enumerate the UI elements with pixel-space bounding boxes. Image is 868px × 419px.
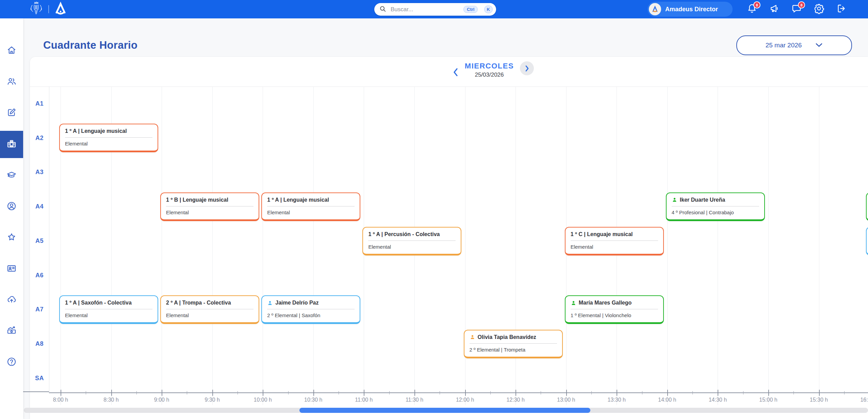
horizontal-scrollbar-track[interactable] bbox=[24, 408, 868, 413]
event-subtitle: Elemental bbox=[65, 312, 152, 318]
sidebar-item-cloud[interactable] bbox=[0, 286, 23, 314]
event-title: 1 º A | Saxofón - Colectiva bbox=[65, 300, 152, 309]
users-icon bbox=[6, 76, 17, 88]
search-input[interactable] bbox=[390, 6, 463, 13]
event-subtitle: Elemental bbox=[267, 210, 355, 215]
shortcut-ctrl-key: Ctrl bbox=[463, 6, 478, 13]
event-card[interactable] bbox=[866, 192, 868, 221]
event-subtitle: Elemental bbox=[368, 244, 456, 250]
event-title: 1 º A | Percusión - Colectiva bbox=[368, 231, 456, 241]
horizontal-scrollbar-thumb[interactable] bbox=[299, 408, 590, 413]
event-card[interactable]: 1 º B | Lenguaje musicalElemental bbox=[160, 192, 259, 221]
page-title: Cuadrante Horario bbox=[43, 39, 137, 51]
event-subtitle: Elemental bbox=[571, 244, 658, 250]
logo-divider bbox=[48, 5, 49, 13]
event-subtitle: Elemental bbox=[166, 312, 253, 318]
global-search[interactable]: Ctrl + K bbox=[374, 3, 496, 16]
event-title: 1 º B | Lenguaje musical bbox=[166, 197, 253, 206]
event-card[interactable]: Jaime Delrío Paz2 º Elemental | Saxofón bbox=[261, 295, 360, 324]
sidebar-item-profile[interactable] bbox=[0, 193, 23, 220]
sidebar-item-school[interactable] bbox=[0, 131, 23, 158]
school-building-icon bbox=[6, 139, 17, 150]
messages-button[interactable]: 8 bbox=[790, 3, 803, 15]
sidebar-item-studies[interactable] bbox=[0, 162, 23, 189]
event-card[interactable]: Olivia Tapia Benavídez2 º Elemental | Tr… bbox=[464, 330, 563, 358]
sidebar-item-favorites[interactable] bbox=[0, 224, 23, 251]
event-card[interactable]: 1 º A | Lenguaje musicalElemental bbox=[261, 192, 360, 221]
event-title: 1 º A | Lenguaje musical bbox=[65, 128, 152, 138]
sidebar-item-home[interactable] bbox=[0, 37, 23, 64]
event-title: Iker Duarte Ureña bbox=[672, 197, 759, 206]
person-icon bbox=[672, 197, 677, 203]
person-icon bbox=[267, 300, 273, 306]
cuadrante-horario-app: Ctrl + K Amadeus Director 8 bbox=[0, 0, 868, 419]
date-selector[interactable]: 25 mar 2026 bbox=[736, 35, 852, 55]
event-subtitle: 1 º Elemental | Violonchelo bbox=[571, 312, 658, 318]
event-title: 1 º C | Lenguaje musical bbox=[571, 231, 658, 241]
star-icon bbox=[6, 232, 17, 244]
top-bar: Ctrl + K Amadeus Director 8 bbox=[0, 0, 868, 18]
date-selector-value: 25 mar 2026 bbox=[766, 42, 802, 49]
sidebar-item-users[interactable] bbox=[0, 68, 23, 96]
day-header: MIERCOLES 25/03/2026 bbox=[30, 57, 868, 86]
amadeus-logo bbox=[54, 2, 67, 17]
megaphone-icon bbox=[769, 3, 780, 15]
user-name: Amadeus Director bbox=[665, 6, 718, 13]
event-title: Jaime Delrío Paz bbox=[267, 300, 355, 309]
event-subtitle: 2 º Elemental | Saxofón bbox=[267, 312, 355, 318]
notifications-button[interactable]: 8 bbox=[746, 3, 758, 15]
id-card-icon bbox=[6, 263, 17, 275]
search-icon bbox=[379, 5, 387, 14]
cloud-upload-icon bbox=[6, 294, 17, 306]
event-subtitle: Elemental bbox=[65, 141, 152, 146]
event-subtitle: 2 º Elemental | Trompeta bbox=[470, 347, 557, 353]
logout-icon bbox=[836, 3, 847, 15]
next-day-button[interactable] bbox=[520, 61, 534, 75]
sidebar-item-contacts[interactable] bbox=[0, 255, 23, 283]
graduation-cap-icon bbox=[6, 170, 17, 182]
person-icon bbox=[571, 300, 576, 306]
day-date: 25/03/2026 bbox=[465, 72, 514, 78]
event-subtitle: 4 º Profesional | Contrabajo bbox=[672, 210, 759, 215]
event-card[interactable]: 1 º C | Lenguaje musicalElemental bbox=[565, 227, 664, 255]
sidebar-item-finance[interactable] bbox=[0, 317, 23, 345]
user-menu[interactable]: Amadeus Director bbox=[648, 2, 733, 17]
shortcut-plus: + bbox=[479, 7, 482, 12]
money-chart-icon bbox=[6, 325, 17, 337]
event-card[interactable]: 1 º A | Saxofón - ColectivaElemental bbox=[59, 295, 158, 324]
notifications-badge: 8 bbox=[753, 1, 760, 9]
messages-badge: 8 bbox=[798, 1, 805, 9]
settings-button[interactable] bbox=[813, 3, 825, 15]
person-icon bbox=[470, 334, 475, 340]
announcements-button[interactable] bbox=[768, 3, 781, 15]
event-card[interactable]: 2 º A | Trompa - ColectivaElemental bbox=[160, 295, 259, 324]
event-title: 1 º A | Lenguaje musical bbox=[267, 197, 355, 206]
sidebar bbox=[0, 18, 23, 419]
sidebar-item-help[interactable] bbox=[0, 349, 23, 376]
event-card[interactable] bbox=[866, 227, 868, 255]
chevron-down-icon bbox=[815, 42, 823, 49]
home-icon bbox=[6, 45, 17, 57]
event-title: Olivia Tapia Benavídez bbox=[470, 334, 557, 344]
edit-square-icon bbox=[6, 107, 17, 119]
city-crest-logo bbox=[29, 1, 44, 18]
event-title: 2 º A | Trompa - Colectiva bbox=[166, 300, 253, 309]
shortcut-k-key: K bbox=[484, 5, 493, 13]
event-title: María Mares Gallego bbox=[571, 300, 658, 309]
day-name: MIERCOLES bbox=[465, 62, 514, 71]
event-card[interactable]: María Mares Gallego1 º Elemental | Violo… bbox=[565, 295, 664, 324]
event-card[interactable]: 1 º A | Lenguaje musicalElemental bbox=[59, 124, 158, 152]
event-card[interactable]: Iker Duarte Ureña4 º Profesional | Contr… bbox=[666, 192, 765, 221]
gear-icon bbox=[814, 3, 824, 15]
previous-day-button[interactable] bbox=[452, 67, 459, 79]
help-circle-icon bbox=[6, 357, 17, 368]
event-card[interactable]: 1 º A | Percusión - ColectivaElemental bbox=[362, 227, 461, 255]
event-subtitle: Elemental bbox=[166, 210, 253, 215]
sidebar-item-edit[interactable] bbox=[0, 99, 23, 127]
logout-button[interactable] bbox=[835, 3, 848, 15]
user-circle-icon bbox=[6, 201, 17, 213]
avatar bbox=[649, 3, 661, 15]
